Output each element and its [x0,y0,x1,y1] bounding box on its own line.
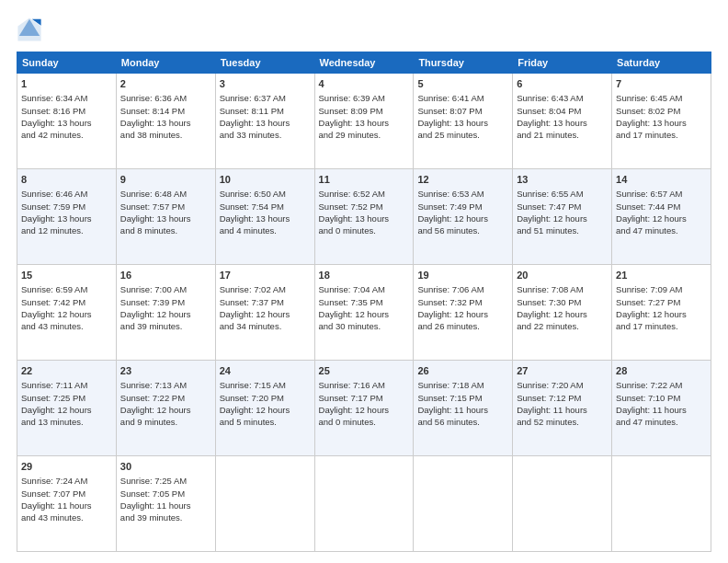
cell-line: Daylight: 13 hours [417,118,488,128]
cell-line: and 51 minutes. [517,225,579,236]
cell-line: Sunrise: 6:43 AM [517,93,583,103]
day-number: 14 [616,173,707,187]
cell-line: Sunset: 8:16 PM [21,106,85,116]
cell-line: and 42 minutes. [21,130,84,140]
cell-line: and 29 minutes. [319,130,381,140]
cell-line: Sunrise: 6:53 AM [417,189,483,199]
day-number: 15 [21,269,112,282]
cell-line: and 38 minutes. [120,130,183,140]
cell-line: and 47 minutes. [616,225,678,236]
day-number: 6 [517,77,608,91]
day-number: 4 [319,77,410,91]
day-number: 30 [120,460,211,474]
cell-line: Sunset: 7:57 PM [120,201,185,212]
calendar-cell: 6Sunrise: 6:43 AMSunset: 8:04 PMDaylight… [513,74,612,169]
day-number: 18 [319,269,410,282]
cell-line: Sunset: 7:37 PM [220,297,284,307]
calendar-cell [314,456,414,552]
col-header-wednesday: Wednesday [314,52,414,74]
cell-line: Sunrise: 6:48 AM [120,189,187,199]
cell-line: Sunrise: 7:11 AM [21,380,87,390]
calendar-cell: 16Sunrise: 7:00 AMSunset: 7:39 PMDayligh… [116,265,215,361]
day-number: 28 [616,364,707,378]
cell-line: Sunset: 7:39 PM [120,297,185,307]
cell-line: Sunset: 7:27 PM [616,297,680,307]
cell-line: and 56 minutes. [417,417,480,427]
week-row-1: 1Sunrise: 6:34 AMSunset: 8:16 PMDaylight… [17,74,711,169]
cell-line: Daylight: 12 hours [417,309,488,319]
cell-line: Daylight: 13 hours [517,118,587,128]
cell-line: Sunrise: 6:45 AM [616,93,682,103]
cell-line: Daylight: 13 hours [220,213,290,224]
cell-line: and 56 minutes. [417,225,480,236]
cell-line: and 39 minutes. [120,512,183,523]
day-number: 17 [220,269,311,282]
cell-line: and 17 minutes. [616,321,678,331]
day-number: 1 [21,77,112,91]
cell-line: Daylight: 12 hours [319,405,390,415]
cell-line: Daylight: 13 hours [220,118,290,128]
calendar-cell: 25Sunrise: 7:16 AMSunset: 7:17 PMDayligh… [314,361,414,456]
cell-line: Sunrise: 7:24 AM [21,476,87,486]
cell-line: Sunrise: 6:57 AM [616,189,682,199]
day-number: 12 [417,173,508,187]
cell-line: Sunrise: 7:00 AM [120,284,187,294]
cell-line: Sunrise: 7:02 AM [220,284,286,294]
cell-line: Daylight: 12 hours [517,309,587,319]
cell-line: Daylight: 12 hours [120,309,191,319]
cell-line: Sunset: 7:17 PM [319,393,383,403]
cell-line: and 22 minutes. [517,321,579,331]
cell-line: and 39 minutes. [120,321,183,331]
cell-line: Sunset: 7:44 PM [616,201,680,212]
cell-line: and 17 minutes. [616,130,678,140]
day-number: 2 [120,77,211,91]
day-number: 25 [319,364,410,378]
cell-line: Daylight: 12 hours [21,309,92,319]
day-number: 26 [417,364,508,378]
calendar-cell: 17Sunrise: 7:02 AMSunset: 7:37 PMDayligh… [215,265,314,361]
cell-line: Sunset: 7:32 PM [417,297,482,307]
week-row-2: 8Sunrise: 6:46 AMSunset: 7:59 PMDaylight… [17,169,711,265]
cell-line: Sunrise: 7:25 AM [120,476,187,486]
cell-line: Sunset: 7:10 PM [616,393,680,403]
cell-line: and 47 minutes. [616,417,678,427]
header-row: SundayMondayTuesdayWednesdayThursdayFrid… [17,52,711,74]
cell-line: Sunset: 7:25 PM [21,393,85,403]
calendar-table: SundayMondayTuesdayWednesdayThursdayFrid… [17,52,711,552]
calendar-cell: 5Sunrise: 6:41 AMSunset: 8:07 PMDaylight… [414,74,513,169]
cell-line: and 30 minutes. [319,321,381,331]
cell-line: Sunrise: 6:46 AM [21,189,87,199]
col-header-sunday: Sunday [17,52,117,74]
cell-line: Daylight: 13 hours [120,118,191,128]
cell-line: Daylight: 13 hours [319,118,390,128]
cell-line: Sunset: 7:15 PM [417,393,482,403]
cell-line: Sunrise: 7:09 AM [616,284,682,294]
week-row-4: 22Sunrise: 7:11 AMSunset: 7:25 PMDayligh… [17,361,711,456]
cell-line: Sunrise: 7:06 AM [417,284,483,294]
day-number: 27 [517,364,608,378]
day-number: 7 [616,77,707,91]
logo-icon [17,17,42,42]
cell-line: Daylight: 11 hours [517,405,587,415]
day-number: 5 [417,77,508,91]
cell-line: and 34 minutes. [220,321,282,331]
calendar-cell: 8Sunrise: 6:46 AMSunset: 7:59 PMDaylight… [17,169,117,265]
cell-line: Daylight: 12 hours [120,405,191,415]
cell-line: Sunrise: 7:16 AM [319,380,385,390]
calendar-cell: 29Sunrise: 7:24 AMSunset: 7:07 PMDayligh… [17,456,117,552]
calendar-cell: 13Sunrise: 6:55 AMSunset: 7:47 PMDayligh… [513,169,612,265]
cell-line: Sunrise: 6:55 AM [517,189,583,199]
cell-line: Daylight: 12 hours [417,213,488,224]
cell-line: Sunset: 7:54 PM [220,201,284,212]
calendar-cell: 21Sunrise: 7:09 AMSunset: 7:27 PMDayligh… [612,265,711,361]
cell-line: Sunset: 7:05 PM [120,488,185,499]
cell-line: Sunrise: 7:13 AM [120,380,187,390]
day-number: 19 [417,269,508,282]
cell-line: and 0 minutes. [319,225,376,236]
day-number: 29 [21,460,112,474]
cell-line: Sunset: 7:30 PM [517,297,581,307]
col-header-thursday: Thursday [414,52,513,74]
cell-line: Sunset: 7:20 PM [220,393,284,403]
cell-line: and 21 minutes. [517,130,579,140]
header [17,17,711,42]
